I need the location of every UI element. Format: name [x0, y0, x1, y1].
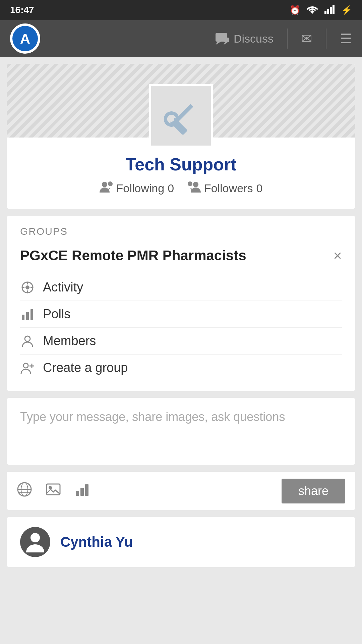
- signal-icon: [324, 4, 335, 16]
- followers-count: 0: [256, 182, 263, 195]
- following-label: Following: [116, 182, 165, 195]
- svg-point-16: [108, 181, 113, 186]
- nav-divider: [287, 29, 288, 49]
- activity-menu-item[interactable]: Activity: [20, 274, 342, 301]
- battery-icon: ⚡: [341, 5, 352, 15]
- following-stat: Following 0: [100, 181, 174, 196]
- app-logo[interactable]: A: [10, 23, 40, 54]
- profile-stats: Following 0 Followers 0: [17, 181, 345, 196]
- profile-avatar: [149, 84, 213, 148]
- members-menu-item[interactable]: Members: [20, 328, 342, 354]
- globe-button[interactable]: [17, 482, 32, 501]
- profile-card: Tech Support Following 0: [7, 64, 355, 209]
- svg-rect-0: [324, 11, 326, 14]
- members-label: Members: [43, 334, 96, 348]
- svg-rect-28: [31, 309, 33, 320]
- svg-rect-40: [76, 491, 79, 496]
- nav-divider-2: [326, 29, 326, 49]
- wifi-icon: [306, 4, 318, 16]
- status-icons: ⏰ ⚡: [290, 4, 352, 16]
- poll-button[interactable]: [74, 482, 90, 501]
- share-button[interactable]: share: [282, 479, 345, 503]
- mail-icon[interactable]: ✉: [301, 31, 312, 46]
- polls-label: Polls: [43, 307, 70, 321]
- following-count: 0: [168, 182, 174, 195]
- svg-point-17: [193, 182, 198, 187]
- polls-icon: [20, 308, 35, 321]
- svg-rect-3: [333, 5, 335, 14]
- svg-rect-8: [224, 38, 229, 42]
- create-group-label: Create a group: [43, 361, 128, 375]
- group-name: PGxCE Remote PMR Pharmacists: [20, 248, 246, 264]
- add-group-icon: [20, 362, 35, 374]
- status-bar: 16:47 ⏰ ⚡: [0, 0, 362, 20]
- alarm-icon: ⏰: [290, 5, 300, 15]
- discuss-link[interactable]: Discuss: [215, 32, 274, 45]
- top-nav: A Discuss ✉ ☰: [0, 20, 362, 57]
- action-icons: [17, 482, 282, 501]
- activity-label: Activity: [43, 280, 83, 294]
- comment-avatar: [20, 527, 50, 557]
- polls-menu-item[interactable]: Polls: [20, 301, 342, 327]
- profile-info: Tech Support Following 0: [7, 138, 355, 209]
- followers-icon: [187, 181, 201, 196]
- create-group-menu-item[interactable]: Create a group: [20, 355, 342, 381]
- followers-stat: Followers 0: [187, 181, 262, 196]
- svg-rect-26: [22, 315, 24, 320]
- comment-user-name[interactable]: Cynthia Yu: [60, 534, 133, 550]
- groups-card: Groups PGxCE Remote PMR Pharmacists × Ac…: [7, 216, 355, 391]
- svg-rect-27: [26, 312, 29, 320]
- message-card: Type your message, share images, ask que…: [7, 398, 355, 465]
- message-placeholder[interactable]: Type your message, share images, ask que…: [20, 408, 342, 426]
- group-close-button[interactable]: ×: [333, 247, 342, 264]
- svg-rect-42: [85, 484, 88, 496]
- svg-point-15: [102, 182, 107, 187]
- svg-marker-9: [224, 42, 228, 45]
- following-icon: [100, 181, 113, 196]
- members-icon: [20, 335, 35, 347]
- svg-marker-7: [216, 42, 221, 45]
- groups-section-label: Groups: [20, 226, 342, 237]
- svg-rect-41: [80, 488, 84, 496]
- time-display: 16:47: [10, 5, 34, 15]
- discuss-label: Discuss: [234, 32, 274, 45]
- svg-point-29: [25, 336, 30, 341]
- svg-point-39: [49, 486, 52, 489]
- svg-point-18: [188, 181, 192, 186]
- svg-rect-38: [47, 484, 60, 495]
- profile-banner: [7, 64, 355, 138]
- image-button[interactable]: [46, 482, 61, 501]
- svg-point-43: [31, 533, 40, 542]
- comment-card: Cynthia Yu: [7, 517, 355, 567]
- svg-text:A: A: [20, 31, 30, 47]
- activity-icon: [20, 281, 35, 294]
- svg-rect-2: [330, 7, 332, 14]
- followers-label: Followers: [204, 182, 253, 195]
- action-bar: share: [7, 472, 355, 510]
- main-content: Tech Support Following 0: [0, 57, 362, 574]
- group-header: PGxCE Remote PMR Pharmacists ×: [20, 247, 342, 264]
- menu-icon[interactable]: ☰: [340, 31, 352, 46]
- profile-name: Tech Support: [17, 154, 345, 174]
- svg-rect-1: [327, 9, 329, 14]
- svg-point-30: [23, 363, 28, 368]
